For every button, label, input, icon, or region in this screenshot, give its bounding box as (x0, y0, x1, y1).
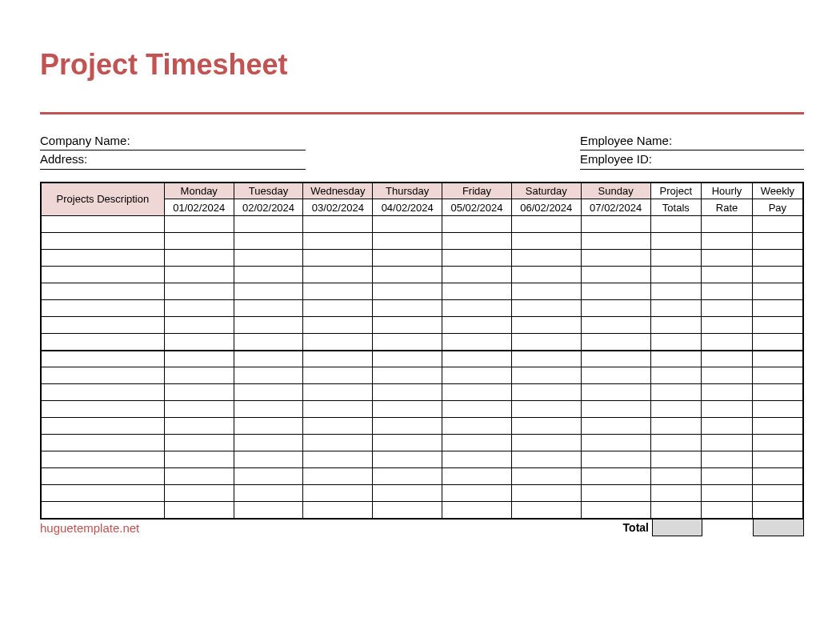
table-cell[interactable] (702, 401, 753, 418)
table-cell[interactable] (303, 267, 373, 283)
table-cell[interactable] (511, 367, 581, 384)
company-name-field[interactable]: Company Name: (40, 132, 306, 150)
table-cell[interactable] (511, 384, 581, 401)
table-cell[interactable] (41, 283, 164, 300)
table-cell[interactable] (650, 283, 702, 300)
table-cell[interactable] (650, 485, 702, 502)
table-cell[interactable] (581, 435, 650, 451)
table-cell[interactable] (303, 233, 373, 250)
table-cell[interactable] (164, 485, 234, 502)
table-cell[interactable] (442, 300, 512, 317)
table-cell[interactable] (702, 351, 753, 367)
table-cell[interactable] (164, 401, 234, 418)
table-cell[interactable] (303, 502, 373, 519)
table-cell[interactable] (511, 300, 581, 317)
table-cell[interactable] (41, 250, 164, 267)
table-cell[interactable] (303, 485, 373, 502)
table-cell[interactable] (511, 317, 581, 334)
table-cell[interactable] (702, 216, 753, 233)
table-cell[interactable] (702, 384, 753, 401)
table-cell[interactable] (752, 317, 803, 334)
table-cell[interactable] (650, 300, 702, 317)
table-cell[interactable] (752, 250, 803, 267)
table-cell[interactable] (373, 233, 442, 250)
table-cell[interactable] (702, 233, 753, 250)
table-cell[interactable] (234, 300, 303, 317)
table-cell[interactable] (41, 317, 164, 334)
table-cell[interactable] (164, 233, 234, 250)
table-cell[interactable] (303, 216, 373, 233)
table-cell[interactable] (303, 300, 373, 317)
table-cell[interactable] (442, 334, 512, 351)
table-cell[interactable] (650, 367, 702, 384)
table-cell[interactable] (702, 250, 753, 267)
table-cell[interactable] (373, 418, 442, 435)
table-cell[interactable] (752, 351, 803, 367)
table-cell[interactable] (581, 233, 650, 250)
table-cell[interactable] (442, 485, 512, 502)
table-cell[interactable] (303, 384, 373, 401)
table-cell[interactable] (442, 367, 512, 384)
table-cell[interactable] (373, 485, 442, 502)
table-cell[interactable] (752, 401, 803, 418)
table-cell[interactable] (442, 384, 512, 401)
table-cell[interactable] (373, 384, 442, 401)
table-cell[interactable] (41, 300, 164, 317)
table-cell[interactable] (650, 401, 702, 418)
table-cell[interactable] (303, 283, 373, 300)
table-cell[interactable] (41, 485, 164, 502)
table-cell[interactable] (442, 401, 512, 418)
table-cell[interactable] (164, 367, 234, 384)
employee-name-field[interactable]: Employee Name: (580, 132, 804, 150)
table-cell[interactable] (373, 267, 442, 283)
table-cell[interactable] (234, 216, 303, 233)
table-cell[interactable] (752, 485, 803, 502)
footer-site-link[interactable]: huguetemplate.net (40, 521, 139, 535)
table-cell[interactable] (373, 502, 442, 519)
table-cell[interactable] (511, 485, 581, 502)
table-cell[interactable] (581, 267, 650, 283)
total-project-box[interactable] (652, 519, 702, 536)
table-cell[interactable] (373, 435, 442, 451)
table-cell[interactable] (581, 367, 650, 384)
table-cell[interactable] (581, 283, 650, 300)
table-cell[interactable] (752, 216, 803, 233)
table-cell[interactable] (752, 367, 803, 384)
table-cell[interactable] (442, 216, 512, 233)
table-cell[interactable] (41, 367, 164, 384)
table-cell[interactable] (303, 250, 373, 267)
table-cell[interactable] (373, 351, 442, 367)
table-cell[interactable] (234, 233, 303, 250)
table-cell[interactable] (41, 351, 164, 367)
table-cell[interactable] (164, 435, 234, 451)
table-cell[interactable] (702, 502, 753, 519)
table-cell[interactable] (164, 317, 234, 334)
table-cell[interactable] (303, 401, 373, 418)
table-cell[interactable] (650, 468, 702, 485)
table-cell[interactable] (511, 267, 581, 283)
table-cell[interactable] (442, 502, 512, 519)
table-cell[interactable] (581, 317, 650, 334)
table-cell[interactable] (650, 216, 702, 233)
table-cell[interactable] (234, 317, 303, 334)
table-cell[interactable] (752, 300, 803, 317)
table-cell[interactable] (752, 233, 803, 250)
table-cell[interactable] (234, 384, 303, 401)
table-cell[interactable] (234, 418, 303, 435)
table-cell[interactable] (303, 334, 373, 351)
table-cell[interactable] (373, 451, 442, 468)
table-cell[interactable] (442, 351, 512, 367)
table-cell[interactable] (752, 502, 803, 519)
table-cell[interactable] (164, 216, 234, 233)
table-cell[interactable] (164, 384, 234, 401)
table-cell[interactable] (511, 283, 581, 300)
table-cell[interactable] (303, 317, 373, 334)
table-cell[interactable] (702, 267, 753, 283)
table-cell[interactable] (164, 351, 234, 367)
table-cell[interactable] (752, 267, 803, 283)
table-cell[interactable] (442, 468, 512, 485)
table-cell[interactable] (442, 317, 512, 334)
table-cell[interactable] (581, 401, 650, 418)
table-cell[interactable] (442, 250, 512, 267)
table-cell[interactable] (442, 451, 512, 468)
